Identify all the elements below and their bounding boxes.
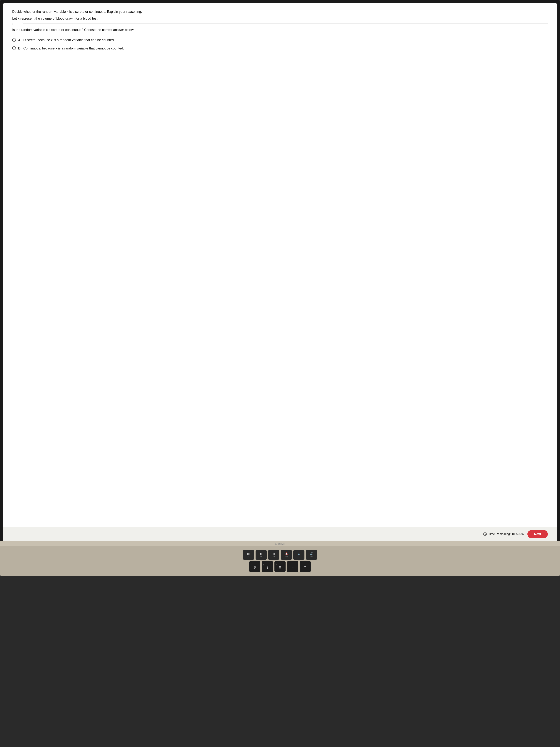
option-a-text: A. Discrete, because x is a random varia… — [18, 37, 115, 43]
laptop-chin: cBook Air — [0, 541, 560, 546]
key-0-bottom: 0 — [279, 566, 281, 569]
key-0-top: ) — [276, 564, 276, 566]
screen: Decide whether the random variable x is … — [3, 3, 557, 541]
key-f12[interactable]: 🔊 F12 — [306, 550, 317, 560]
num-key-row: * 8 ( 9 ) 0 — – + — [4, 561, 556, 572]
key-minus-bottom: – — [292, 566, 294, 569]
key-0[interactable]: ) 0 — [274, 561, 286, 572]
option-b[interactable]: B. Continuous, because x is a random var… — [12, 46, 548, 51]
key-9-bottom: 9 — [266, 566, 268, 569]
f11-label: F11 — [297, 556, 300, 558]
key-8[interactable]: * 8 — [249, 561, 260, 572]
key-plus-bottom: + — [304, 565, 306, 569]
key-f7[interactable]: ⏮ F7 — [243, 550, 254, 560]
key-plus[interactable]: + — [300, 561, 311, 572]
setup-text: Let x represent the volume of blood draw… — [12, 16, 548, 21]
option-b-label: B. — [18, 47, 22, 50]
key-8-bottom: 8 — [254, 566, 256, 569]
instruction-text: Decide whether the random variable x is … — [12, 9, 548, 14]
option-a[interactable]: A. Discrete, because x is a random varia… — [12, 37, 548, 43]
laptop-bezel: Decide whether the random variable x is … — [0, 0, 560, 541]
key-f9[interactable]: ⏭ F9 — [268, 550, 279, 560]
key-8-top: * — [251, 564, 251, 566]
key-minus[interactable]: — – — [287, 561, 298, 572]
f12-label: F12 — [310, 556, 313, 558]
key-f8[interactable]: ⏯ F8 — [256, 550, 267, 560]
playpause-icon: ⏯ — [260, 552, 262, 555]
option-b-text: B. Continuous, because x is a random var… — [18, 46, 124, 51]
key-f11[interactable]: 🔈 F11 — [293, 550, 304, 560]
f9-label: F9 — [273, 556, 275, 558]
mute-icon: 🔇 — [285, 552, 288, 555]
vol-down-icon: 🔈 — [297, 552, 300, 555]
laptop-brand-label: cBook Air — [274, 542, 285, 545]
bottom-bar: Time Remaining: 01:50:36 Next — [3, 527, 557, 541]
vol-up-icon: 🔊 — [310, 552, 313, 555]
clock-icon — [483, 532, 487, 536]
key-minus-top: — — [289, 564, 290, 566]
time-value: 01:50:36 — [512, 533, 524, 536]
rewind-icon: ⏮ — [247, 552, 250, 555]
key-f10[interactable]: 🔇 F10 — [281, 550, 292, 560]
option-a-content: Discrete, because x is a random variable… — [23, 38, 115, 42]
next-button[interactable]: Next — [527, 530, 548, 538]
divider-dots: ..... — [12, 22, 23, 25]
radio-a[interactable] — [12, 38, 16, 42]
option-b-content: Continuous, because x is a random variab… — [23, 47, 124, 50]
fn-key-row: ⏮ F7 ⏯ F8 ⏭ F9 🔇 F10 🔈 F11 🔊 F12 — [4, 550, 556, 560]
time-label: Time Remaining: — [488, 533, 511, 536]
fastforward-icon: ⏭ — [272, 552, 275, 555]
time-remaining-container: Time Remaining: 01:50:36 — [483, 532, 524, 536]
f7-label: F7 — [247, 556, 250, 558]
key-9[interactable]: ( 9 — [262, 561, 273, 572]
key-9-top: ( — [263, 564, 264, 566]
keyboard-area: ⏮ F7 ⏯ F8 ⏭ F9 🔇 F10 🔈 F11 🔊 F12 * 8 — [0, 546, 560, 576]
option-a-label: A. — [18, 38, 22, 42]
f10-label: F10 — [285, 556, 288, 558]
f8-label: F8 — [260, 556, 262, 558]
content-area: Decide whether the random variable x is … — [3, 3, 557, 527]
radio-b[interactable] — [12, 46, 16, 50]
question-prompt: Is the random variable x discrete or con… — [12, 27, 548, 32]
divider: ..... — [12, 22, 548, 25]
